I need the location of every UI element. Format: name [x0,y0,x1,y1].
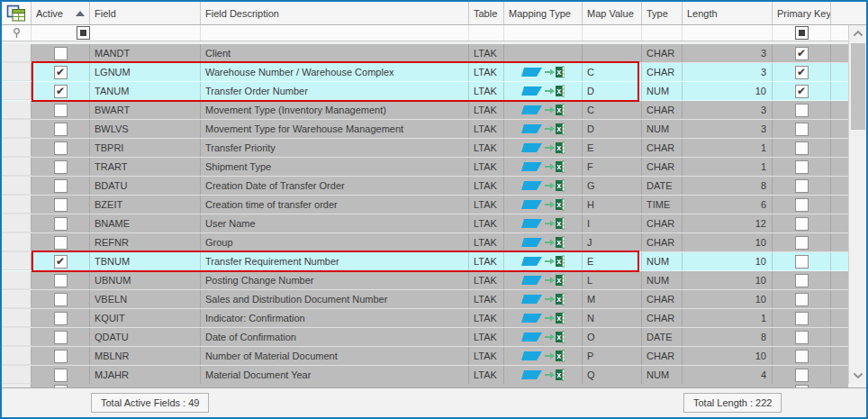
active-checkbox[interactable] [54,85,68,98]
active-cell[interactable] [32,44,90,62]
table-row[interactable]: UBNUM Posting Change Number LTAK x L NUM… [2,271,848,290]
column-header-map-value[interactable]: Map Value [583,2,642,24]
active-checkbox[interactable] [54,123,68,136]
filter-map-value-cell[interactable] [583,25,642,41]
active-cell[interactable] [32,82,90,100]
active-cell[interactable] [32,328,90,346]
primary-key-checkbox[interactable] [795,47,809,60]
active-checkbox[interactable] [54,66,68,79]
primary-key-cell[interactable] [773,328,831,346]
active-cell[interactable] [32,120,90,138]
column-header-field[interactable]: Field [90,2,201,24]
filter-table-cell[interactable] [469,25,504,41]
primary-key-checkbox[interactable] [795,274,809,287]
primary-key-cell[interactable] [773,309,831,327]
active-cell[interactable] [32,309,90,327]
primary-key-checkbox[interactable] [795,198,809,212]
filter-description-cell[interactable] [201,25,469,41]
active-checkbox[interactable] [54,104,68,117]
table-row[interactable]: KQUIT Indicator: Confirmation LTAK x N C… [2,309,848,328]
primary-key-cell[interactable] [773,158,831,176]
active-checkbox[interactable] [54,141,68,155]
active-checkbox[interactable] [54,350,68,363]
scrollbar-thumb[interactable] [851,43,865,130]
primary-key-checkbox[interactable] [795,123,809,136]
active-cell[interactable] [32,366,90,384]
primary-key-filter-checkbox[interactable] [795,26,809,40]
filter-row-indicator[interactable] [2,25,32,41]
primary-key-cell[interactable] [773,101,831,119]
primary-key-cell[interactable] [773,347,831,365]
active-checkbox[interactable] [54,331,68,344]
active-cell[interactable] [32,233,90,251]
table-row[interactable]: REFNR Group LTAK x J CHAR 10 [2,233,848,252]
column-header-mapping-type[interactable]: Mapping Type [504,2,583,24]
active-cell[interactable] [32,196,90,214]
scroll-down-button[interactable] [849,368,867,384]
table-row[interactable]: BWART Movement Type (Inventory Managemen… [2,101,848,120]
vertical-scrollbar[interactable] [848,25,866,384]
primary-key-checkbox[interactable] [795,104,809,117]
active-checkbox[interactable] [54,217,68,231]
active-checkbox[interactable] [54,293,68,306]
active-cell[interactable] [32,158,90,176]
table-row[interactable]: MJAHR Material Document Year LTAK x Q NU… [2,366,848,384]
primary-key-checkbox[interactable] [795,236,809,250]
table-row[interactable]: MBLNR Number of Material Document LTAK x… [2,347,848,366]
filter-mapping-cell[interactable] [504,25,583,41]
active-cell[interactable] [32,252,90,270]
column-header-length[interactable]: Length [683,2,773,24]
primary-key-cell[interactable] [773,139,831,157]
active-checkbox[interactable] [54,198,68,212]
primary-key-cell[interactable] [773,82,831,100]
filter-type-cell[interactable] [642,25,683,41]
active-checkbox[interactable] [54,255,68,269]
active-checkbox[interactable] [54,160,68,174]
table-row[interactable]: BDATU Creation Date of Transfer Order LT… [2,177,848,196]
primary-key-checkbox[interactable] [795,85,809,98]
table-row[interactable]: TRART Shipment Type LTAK x F CHAR 1 [2,158,848,177]
primary-key-cell[interactable] [773,366,831,384]
primary-key-checkbox[interactable] [795,66,809,79]
table-row[interactable]: TBNUM Transfer Requirement Number LTAK x… [2,252,848,271]
scroll-up-button[interactable] [849,25,867,41]
active-checkbox[interactable] [54,274,68,287]
column-header-type[interactable]: Type [642,2,683,24]
primary-key-cell[interactable] [773,214,831,232]
filter-field-cell[interactable] [90,25,201,41]
active-cell[interactable] [32,63,90,81]
table-row[interactable]: QDATU Date of Confirmation LTAK x O DATE… [2,328,848,347]
active-cell[interactable] [32,271,90,289]
primary-key-checkbox[interactable] [795,312,809,325]
column-header-table[interactable]: Table [469,2,504,24]
primary-key-checkbox[interactable] [795,255,809,269]
active-cell[interactable] [32,101,90,119]
primary-key-checkbox[interactable] [795,141,809,155]
table-row[interactable]: VBELN Sales and Distribution Document Nu… [2,290,848,309]
primary-key-cell[interactable] [773,196,831,214]
active-checkbox[interactable] [54,179,68,193]
table-row[interactable]: LGNUM Warehouse Number / Warehouse Compl… [2,63,848,82]
primary-key-cell[interactable] [773,290,831,308]
table-row[interactable]: BWLVS Movement Type for Warehouse Manage… [2,120,848,139]
primary-key-cell[interactable] [773,63,831,81]
table-row[interactable]: BNAME User Name LTAK x I CHAR 12 [2,214,848,233]
primary-key-checkbox[interactable] [795,179,809,193]
primary-key-cell[interactable] [773,120,831,138]
active-cell[interactable] [32,139,90,157]
primary-key-checkbox[interactable] [795,160,809,174]
active-checkbox[interactable] [54,312,68,325]
primary-key-checkbox[interactable] [795,350,809,363]
grid-corner-button[interactable] [2,2,32,24]
primary-key-checkbox[interactable] [795,293,809,306]
active-cell[interactable] [32,177,90,195]
active-cell[interactable] [32,214,90,232]
active-checkbox[interactable] [54,236,68,250]
active-checkbox[interactable] [54,47,68,60]
primary-key-checkbox[interactable] [795,217,809,231]
primary-key-cell[interactable] [773,271,831,289]
active-cell[interactable] [32,290,90,308]
primary-key-checkbox[interactable] [795,369,809,382]
primary-key-cell[interactable] [773,44,831,62]
column-header-field-description[interactable]: Field Description [201,2,469,24]
